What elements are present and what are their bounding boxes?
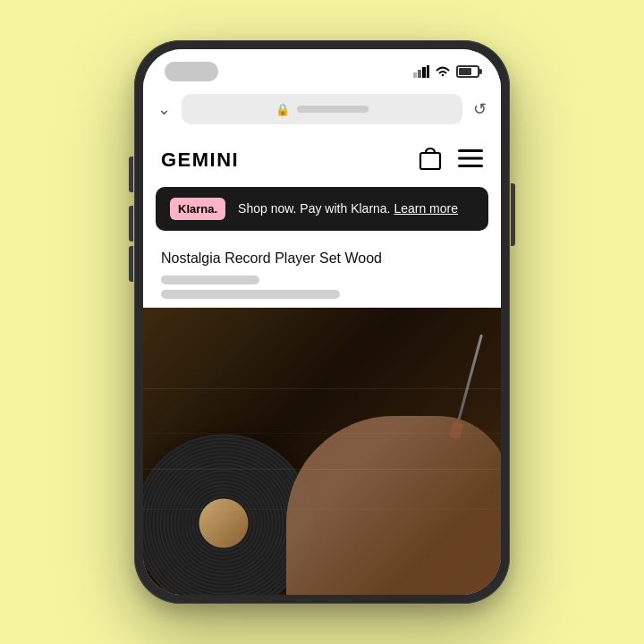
svg-rect-6 (458, 157, 483, 160)
product-info-section: Nostalgia Record Player Set Wood (143, 243, 501, 308)
klarna-banner: Klarna. Shop now. Pay with Klarna. Learn… (156, 187, 488, 231)
hamburger-menu-button[interactable] (458, 149, 483, 171)
status-bar-left (165, 62, 218, 81)
wifi-icon (435, 65, 451, 78)
battery-icon (456, 65, 479, 78)
signal-icon (413, 65, 429, 78)
scene-texture (143, 308, 501, 595)
klarna-message: Shop now. Pay with Klarna. Learn more (238, 200, 458, 218)
svg-rect-5 (458, 149, 483, 152)
url-text-placeholder (297, 106, 369, 113)
browser-bar: ⌄ 🔒 ↺ (143, 89, 501, 133)
browser-reload-button[interactable]: ↺ (473, 99, 487, 119)
battery-fill (459, 68, 471, 75)
product-image-container (143, 308, 501, 595)
site-logo: GEMINI (161, 148, 239, 172)
hamburger-icon (458, 149, 483, 167)
product-image-vinyl-scene (143, 308, 501, 595)
browser-url-bar[interactable]: 🔒 (182, 94, 462, 124)
site-header: GEMINI (143, 133, 501, 187)
cart-icon (419, 146, 442, 171)
phone-screen: ⌄ 🔒 ↺ GEMINI (143, 49, 501, 595)
svg-marker-3 (427, 65, 429, 78)
svg-marker-0 (413, 72, 417, 78)
svg-marker-1 (418, 70, 421, 78)
svg-marker-2 (422, 67, 426, 78)
klarna-learn-more-link[interactable]: Learn more (394, 201, 458, 216)
web-content: GEMINI (143, 133, 501, 595)
lock-icon: 🔒 (275, 103, 290, 116)
phone-device: ⌄ 🔒 ↺ GEMINI (134, 40, 510, 604)
product-price-placeholder (161, 275, 483, 299)
status-bar (143, 49, 501, 89)
product-title: Nostalgia Record Player Set Wood (161, 250, 483, 267)
site-header-icons (419, 146, 483, 174)
status-bar-right (413, 65, 479, 78)
price-line-1 (161, 275, 259, 284)
svg-rect-4 (420, 153, 440, 169)
price-line-2 (161, 290, 340, 299)
cart-icon-wrap[interactable] (419, 146, 442, 174)
notch-pill (165, 62, 218, 81)
browser-back-chevron[interactable]: ⌄ (157, 99, 171, 119)
klarna-logo: Klarna. (170, 198, 225, 220)
svg-rect-7 (458, 165, 483, 167)
